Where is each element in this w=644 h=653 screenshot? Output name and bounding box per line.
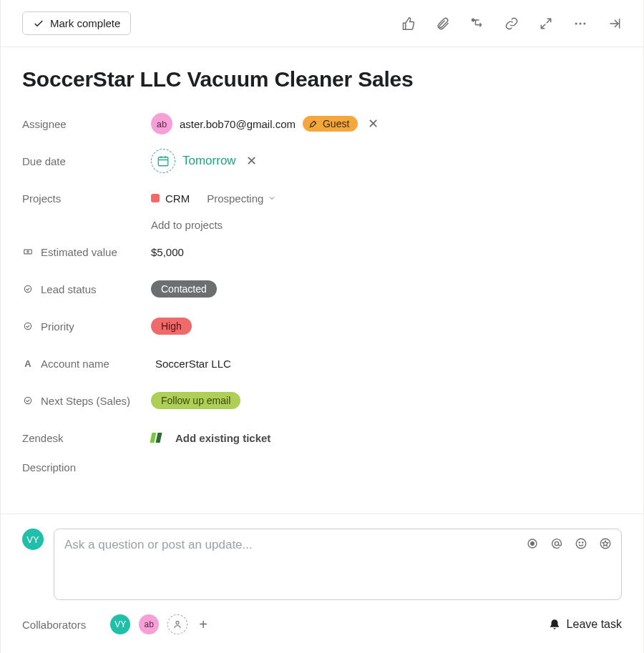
project-stage-label: Prospecting xyxy=(207,192,263,205)
estimated-value-text: $5,000 xyxy=(151,246,184,258)
project-stage-dropdown[interactable]: Prospecting xyxy=(207,192,276,205)
zendesk-add-label: Add existing ticket xyxy=(175,432,270,444)
priority-icon xyxy=(22,320,34,332)
task-title[interactable]: SoccerStar LLC Vacuum Cleaner Sales xyxy=(22,67,622,92)
leave-task-label: Leave task xyxy=(567,618,622,631)
next-steps-row: Next Steps (Sales) Follow up email xyxy=(22,387,622,414)
assignee-email: aster.bob70@gmail.com xyxy=(180,118,296,130)
guest-badge: Guest xyxy=(303,116,358,132)
comment-section: VY Ask a question or post an update... xyxy=(1,514,643,600)
svg-point-2 xyxy=(583,22,585,24)
due-date-label: Due date xyxy=(22,155,151,167)
link-icon[interactable] xyxy=(504,16,519,31)
projects-label: Projects xyxy=(22,192,151,205)
lead-status-row: Lead status Contacted xyxy=(22,275,622,303)
collaborators-section: Collaborators VY ab + xyxy=(22,614,210,634)
account-name-field[interactable]: SoccerStar LLC xyxy=(151,358,231,370)
estimated-value-row: Estimated value $5,000 xyxy=(22,238,622,265)
svg-point-5 xyxy=(27,251,29,252)
priority-label: Priority xyxy=(41,320,74,333)
zendesk-icon xyxy=(151,433,165,443)
projects-row: Projects CRM Prospecting xyxy=(22,185,622,212)
like-icon[interactable] xyxy=(401,16,416,31)
priority-field[interactable]: High xyxy=(151,318,192,335)
svg-point-13 xyxy=(579,542,580,543)
leave-task-button[interactable]: Leave task xyxy=(548,618,622,631)
add-collaborator-button[interactable]: + xyxy=(196,617,210,633)
remove-assignee-button[interactable]: ✕ xyxy=(365,117,381,130)
bell-icon xyxy=(548,618,561,631)
next-steps-label: Next Steps (Sales) xyxy=(41,395,130,407)
remove-due-date-button[interactable]: ✕ xyxy=(243,154,260,167)
svg-point-14 xyxy=(582,542,583,543)
svg-point-6 xyxy=(24,285,31,292)
record-icon[interactable] xyxy=(525,536,540,551)
project-chip[interactable]: CRM xyxy=(151,192,190,205)
priority-pill: High xyxy=(151,318,192,335)
mention-icon[interactable] xyxy=(550,536,564,551)
task-footer: Collaborators VY ab + Leave task xyxy=(1,600,643,653)
lead-status-field[interactable]: Contacted xyxy=(151,280,217,298)
assignee-value[interactable]: ab aster.bob70@gmail.com Guest ✕ xyxy=(151,113,381,134)
project-name: CRM xyxy=(165,192,190,205)
account-name-row: A Account name SoccerStar LLC xyxy=(22,350,622,377)
comment-input[interactable]: Ask a question or post an update... xyxy=(54,529,622,600)
appreciate-icon[interactable] xyxy=(598,536,613,551)
task-toolbar: Mark complete xyxy=(1,0,643,47)
lead-status-label: Lead status xyxy=(41,283,97,295)
expand-icon[interactable] xyxy=(539,16,553,31)
zendesk-add-button[interactable]: Add existing ticket xyxy=(151,432,270,444)
emoji-icon[interactable] xyxy=(574,536,588,551)
svg-point-11 xyxy=(555,541,558,545)
status-icon xyxy=(22,283,34,295)
next-steps-icon xyxy=(22,395,34,406)
add-to-projects-button[interactable]: Add to projects xyxy=(151,219,622,231)
account-name-label: Account name xyxy=(41,358,109,370)
zendesk-row: Zendesk Add existing ticket xyxy=(22,424,622,451)
collaborator-avatar[interactable]: VY xyxy=(110,614,130,634)
due-date-row: Due date Tomorrow ✕ xyxy=(22,147,622,175)
assignee-row: Assignee ab aster.bob70@gmail.com Guest … xyxy=(22,110,622,137)
more-icon[interactable] xyxy=(573,16,587,31)
project-color-dot xyxy=(151,194,160,202)
mark-complete-button[interactable]: Mark complete xyxy=(22,11,131,35)
toolbar-actions xyxy=(401,16,622,31)
attachment-icon[interactable] xyxy=(436,16,450,31)
currency-icon xyxy=(22,246,34,257)
due-date-text: Tomorrow xyxy=(182,154,236,168)
subtask-icon[interactable] xyxy=(470,16,484,31)
current-user-avatar: VY xyxy=(22,529,44,550)
guest-label: Guest xyxy=(323,118,349,129)
estimated-value-label: Estimated value xyxy=(41,246,117,258)
svg-point-10 xyxy=(531,542,535,546)
estimated-value-field[interactable]: $5,000 xyxy=(151,246,184,258)
svg-rect-3 xyxy=(158,157,168,166)
svg-point-0 xyxy=(575,22,577,24)
text-field-icon: A xyxy=(22,358,34,369)
description-label: Description xyxy=(22,461,622,473)
assignee-avatar: ab xyxy=(151,113,172,134)
lead-status-pill: Contacted xyxy=(151,280,217,298)
svg-point-8 xyxy=(24,397,31,403)
comment-placeholder: Ask a question or post an update... xyxy=(64,538,253,551)
account-name-text: SoccerStar LLC xyxy=(155,358,231,370)
priority-row: Priority High xyxy=(22,313,622,340)
calendar-icon xyxy=(151,149,175,173)
svg-point-12 xyxy=(576,539,586,549)
person-icon xyxy=(172,619,182,629)
add-collaborator-placeholder[interactable] xyxy=(167,614,187,634)
collaborators-label: Collaborators xyxy=(22,619,86,631)
mark-complete-label: Mark complete xyxy=(50,17,120,29)
svg-point-1 xyxy=(580,22,582,24)
assignee-label: Assignee xyxy=(22,118,151,130)
due-date-value[interactable]: Tomorrow ✕ xyxy=(151,149,260,173)
next-steps-pill: Follow up email xyxy=(151,392,240,409)
task-body[interactable]: SoccerStar LLC Vacuum Cleaner Sales Assi… xyxy=(1,47,643,514)
next-steps-field[interactable]: Follow up email xyxy=(151,392,240,409)
zendesk-label: Zendesk xyxy=(22,432,151,444)
svg-point-7 xyxy=(24,323,31,329)
collaborator-avatar[interactable]: ab xyxy=(139,614,159,634)
svg-point-16 xyxy=(176,622,179,624)
close-panel-icon[interactable] xyxy=(608,16,622,31)
svg-rect-4 xyxy=(24,250,32,254)
